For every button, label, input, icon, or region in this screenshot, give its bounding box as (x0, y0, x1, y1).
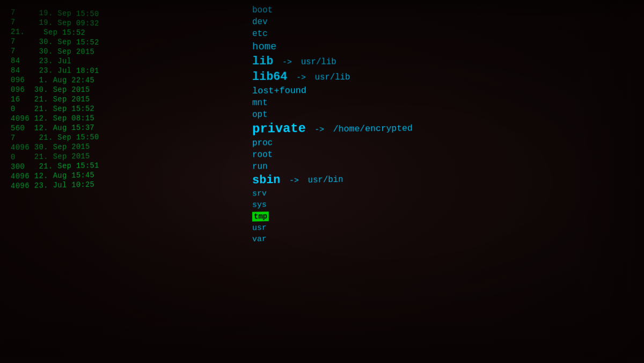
spacer: 19. (16, 9, 58, 18)
terminal-screen: 7 19. Sep 15:50 7 19. Sep 09:32 21. Sep … (0, 0, 644, 363)
dir-home: home (252, 41, 625, 53)
dir-name-highlighted: tmp (252, 212, 269, 222)
file-size: 4096 (11, 182, 30, 191)
dir-lost-found: lost+found (252, 84, 625, 96)
left-line-5: 7 30. Sep 2015 (11, 47, 229, 57)
file-size: 0 (11, 105, 16, 113)
dir-name: lib (252, 55, 273, 68)
left-line-11: 0 21. Sep 15:52 (11, 104, 229, 113)
left-column: 7 19. Sep 15:50 7 19. Sep 09:32 21. Sep … (0, 5, 229, 358)
time: 15:52 (76, 38, 99, 47)
dir-name: srv (252, 189, 267, 198)
time: 15:52 (71, 105, 94, 113)
file-size: 7 (11, 47, 16, 55)
dir-opt: opt (252, 107, 625, 120)
time: 09:32 (76, 19, 99, 27)
left-line-6: 84 23. Jul (11, 56, 229, 66)
right-column: boot dev etc home lib -> usr/lib lib64 -… (241, 5, 625, 358)
dir-private: private -> /home/encrypted (252, 118, 625, 136)
dir-name: var (252, 235, 267, 244)
dir-etc: etc (252, 29, 625, 39)
file-size: 560 (11, 124, 25, 133)
file-size: 7 (11, 134, 16, 142)
file-size: 84 (11, 66, 20, 75)
left-line-10: 16 21. Sep 2015 (11, 95, 229, 104)
month: Sep (57, 162, 76, 170)
file-size: 7 (11, 8, 16, 17)
file-size: 300 (11, 162, 25, 171)
dir-name: root (252, 150, 273, 159)
dir-name: boot (252, 5, 273, 15)
year: 2015 (71, 142, 90, 151)
file-size: 096 (11, 76, 25, 84)
time: 10:25 (71, 180, 94, 190)
month: Jul (57, 67, 76, 75)
file-size: 7 (11, 37, 16, 46)
left-line-7: 84 23. Jul 18:01 (11, 66, 229, 76)
symlink-arrow: -> (284, 176, 304, 186)
spacer: 12. (30, 114, 53, 123)
symlink-arrow: -> (291, 73, 310, 82)
spacer: 12. (25, 124, 53, 132)
spacer: 21. (20, 95, 53, 104)
symlink-arrow: -> (277, 58, 297, 67)
month: Sep (57, 47, 76, 56)
spacer: 21. (16, 153, 53, 162)
spacer: 23. (20, 66, 58, 75)
symlink-dest: /home/encrypted (333, 124, 413, 134)
time: 15:37 (71, 124, 94, 132)
dir-name: etc (252, 29, 268, 39)
time: 15:52 (62, 28, 85, 37)
spacer: 1. (25, 76, 53, 84)
year: 2015 (76, 47, 94, 56)
month: Jul (57, 57, 76, 66)
content-wrapper: 7 19. Sep 15:50 7 19. Sep 09:32 21. Sep … (0, 5, 644, 358)
spacer: 12. (30, 171, 53, 180)
time: 22:45 (71, 76, 94, 85)
month: Aug (53, 171, 72, 180)
dir-name: sys (252, 200, 267, 210)
symlink-dest: usr/bin (308, 175, 343, 185)
left-line-4: 7 30. Sep 15:52 (11, 37, 229, 48)
spacer: 23. (30, 181, 53, 190)
left-line-14: 7 21. Sep 15:50 (11, 132, 229, 142)
month: Sep (43, 28, 62, 37)
dir-name: dev (252, 17, 268, 27)
file-size: 21. (11, 27, 25, 36)
file-size: 4096 (11, 114, 30, 123)
time: 15:50 (76, 10, 99, 18)
symlink-dest: usr/lib (301, 57, 336, 67)
dir-lib64: lib64 -> usr/lib (252, 69, 625, 84)
dir-name: run (252, 162, 268, 171)
spacer: 30. (16, 37, 58, 46)
file-size: 096 (11, 85, 25, 94)
month: Sep (53, 152, 72, 161)
spacer: 19. (16, 18, 58, 27)
dir-name: home (252, 41, 276, 53)
dir-name: lib64 (252, 70, 287, 84)
dir-mnt: mnt (252, 96, 625, 108)
symlink-dest: usr/lib (315, 72, 350, 82)
month: Sep (53, 105, 72, 113)
year: 2015 (71, 95, 90, 104)
month: Sep (53, 95, 72, 104)
spacer: 21. (16, 105, 53, 113)
spacer: 21. (16, 133, 58, 142)
dir-name: lost+found (252, 85, 306, 96)
left-line-8: 096 1. Aug 22:45 (11, 76, 229, 85)
month: Sep (57, 9, 76, 18)
time (76, 57, 99, 66)
dir-dev: dev (252, 17, 625, 27)
file-size: 0 (11, 153, 16, 162)
spacer: 30. (30, 143, 53, 151)
month: Jul (53, 181, 72, 190)
dir-name: private (252, 121, 306, 136)
month: Aug (53, 76, 72, 84)
file-size: 16 (11, 95, 20, 104)
year: 2015 (71, 85, 90, 94)
symlink-arrow: -> (310, 125, 329, 134)
time: 18:01 (76, 67, 99, 75)
spacer: 30. (16, 47, 58, 56)
file-size: 7 (11, 18, 16, 26)
left-line-13: 560 12. Aug 15:37 (11, 123, 229, 133)
